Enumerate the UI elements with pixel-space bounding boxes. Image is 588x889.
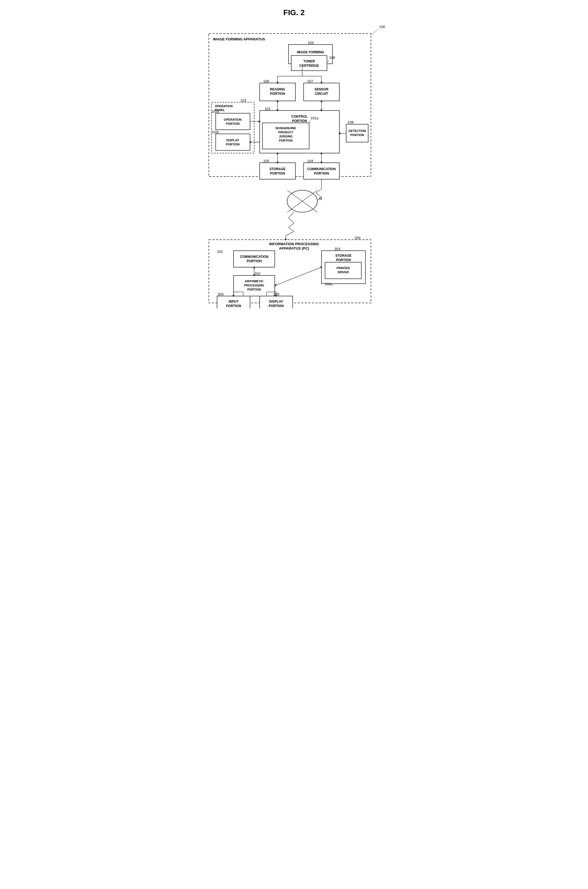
display-portion-ifa-label2: PORTION bbox=[226, 143, 240, 146]
control-portion-label2: PORTION bbox=[292, 119, 307, 123]
sensor-circuit-label: SENSOR bbox=[315, 87, 328, 91]
ipa-label: INFORMATION PROCESSING bbox=[269, 242, 319, 246]
image-forming-portion-label: IMAGE FORMING bbox=[297, 50, 324, 54]
network-label: N bbox=[319, 197, 322, 201]
operation-portion-label: OPERATION bbox=[224, 118, 242, 121]
svg-line-0 bbox=[371, 29, 378, 35]
display-portion-label2: PORTION bbox=[269, 304, 284, 308]
svg-line-45 bbox=[275, 267, 321, 285]
operation-panel-label: OPERATION bbox=[215, 104, 233, 108]
ipa-comm-label2: PORTION bbox=[247, 259, 262, 263]
comm-portion-ifa-box bbox=[304, 163, 339, 179]
ref-102: 102 bbox=[240, 98, 246, 102]
display-portion-ifa-box bbox=[216, 134, 250, 150]
ref-108: 108 bbox=[329, 56, 335, 60]
toner-cartridge-label: TONER bbox=[303, 59, 315, 63]
display-portion-ifa-label: DISPLAY bbox=[226, 138, 239, 142]
ipa-label2: APPARATUS (PC) bbox=[279, 246, 309, 251]
ipa-comm-label: COMMUNICATION bbox=[240, 255, 268, 259]
diagram-svg: 100 IMAGE FORMING APPARATUS IMAGE FORMIN… bbox=[201, 20, 387, 308]
ref-102a: 102a bbox=[212, 110, 219, 114]
control-portion-label: CONTROL bbox=[291, 115, 308, 119]
comm-portion-ifa-label: COMMUNICATION bbox=[307, 167, 336, 171]
ref-200: 200 bbox=[354, 236, 360, 240]
ipa-comm-box bbox=[234, 251, 275, 267]
svg-line-36 bbox=[288, 218, 294, 223]
page: FIG. 2 100 IMAGE FORMING APPARATUS IMAGE… bbox=[201, 6, 387, 309]
storage-portion-label2: PORTION bbox=[270, 171, 285, 176]
comm-portion-ifa-label2: PORTION bbox=[314, 171, 329, 176]
nongenuine-label3: JUDGING bbox=[279, 135, 292, 138]
svg-line-37 bbox=[288, 223, 294, 227]
ref-105: 105 bbox=[263, 159, 269, 163]
ref-203: 203 bbox=[334, 247, 340, 251]
ref-101: 101 bbox=[265, 107, 271, 111]
svg-line-38 bbox=[288, 227, 294, 231]
ref-100-label: 100 bbox=[379, 25, 385, 29]
ifa-label: IMAGE FORMING APPARATUS bbox=[213, 37, 265, 41]
svg-line-30 bbox=[316, 189, 321, 193]
input-portion-label: INPUT bbox=[229, 300, 239, 303]
ref-103: 103 bbox=[308, 41, 314, 45]
arith-proc-label2: PROCESSING bbox=[244, 284, 264, 287]
ref-201: 201 bbox=[217, 249, 223, 254]
ipa-storage-label2: PORTION bbox=[336, 258, 351, 262]
reading-portion-label: READING bbox=[270, 87, 285, 91]
ipa-storage-label: STORAGE bbox=[335, 254, 351, 258]
ref-107: 107 bbox=[307, 79, 313, 83]
ref-106: 106 bbox=[263, 79, 269, 83]
storage-portion-label: STORAGE bbox=[269, 167, 285, 171]
ref-202: 202 bbox=[254, 272, 261, 276]
figure-title: FIG. 2 bbox=[201, 8, 387, 17]
ref-104: 104 bbox=[307, 159, 313, 163]
printer-driver-label: PRINTER bbox=[337, 266, 350, 270]
storage-portion-box bbox=[260, 163, 296, 179]
arith-proc-label3: PORTION bbox=[247, 288, 261, 291]
nongenuine-label1: NONGENUINE bbox=[276, 126, 296, 130]
nongenuine-label2: PRODUCT bbox=[278, 131, 294, 134]
detection-portion-label: DETECTION bbox=[348, 129, 366, 132]
ref-203a: 203a bbox=[325, 282, 333, 286]
ref-101a: 101a bbox=[310, 116, 319, 120]
reading-portion-label2: PORTION bbox=[270, 92, 285, 96]
ref-109: 109 bbox=[348, 120, 354, 124]
input-portion-label2: PORTION bbox=[226, 304, 241, 308]
svg-line-35 bbox=[288, 212, 294, 218]
ref-204: 204 bbox=[218, 292, 224, 296]
nongenuine-label4: PORTION bbox=[279, 139, 292, 142]
display-portion-label: DISPLAY bbox=[269, 300, 283, 303]
svg-line-39 bbox=[286, 231, 294, 236]
operation-portion-label2: PORTION bbox=[226, 122, 240, 125]
diagram-container: 100 IMAGE FORMING APPARATUS IMAGE FORMIN… bbox=[201, 20, 387, 309]
ref-102b: 102b bbox=[212, 130, 219, 134]
operation-portion-box bbox=[216, 113, 250, 130]
printer-driver-label2: DRIVER bbox=[338, 270, 349, 274]
arith-proc-label: ARITHMETIC bbox=[245, 279, 264, 283]
sensor-circuit-label2: CIRCUIT bbox=[315, 92, 328, 96]
detection-portion-label2: PORTION bbox=[350, 133, 364, 137]
